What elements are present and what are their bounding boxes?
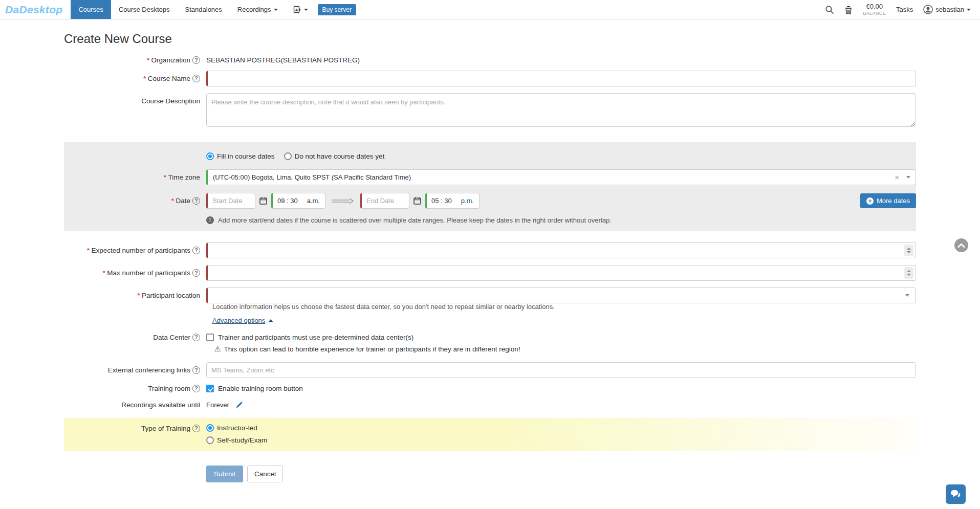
expected-participants-input[interactable] <box>206 242 916 258</box>
buy-server-button[interactable]: Buy server <box>318 4 356 15</box>
navbar-right: €0.00 BALANCE Tasks sebastian <box>825 0 980 19</box>
course-name-input[interactable] <box>206 71 916 86</box>
page-title: Create New Course <box>64 32 916 46</box>
balance-widget[interactable]: €0.00 BALANCE <box>863 3 886 16</box>
number-stepper[interactable] <box>904 245 913 256</box>
nav-item-courses[interactable]: Courses <box>71 0 111 19</box>
label-text: Course Description <box>141 97 200 105</box>
nav-item-label: Course Desktops <box>119 6 170 13</box>
user-icon <box>923 5 933 14</box>
time-zone-select[interactable]: (UTC-05:00) Bogota, Lima, Quito SPST (SA… <box>206 169 916 185</box>
recordings-label: Recordings available until <box>64 401 206 409</box>
help-icon[interactable] <box>192 197 200 205</box>
cancel-button[interactable]: Cancel <box>247 466 283 482</box>
dates-mode-row: Fill in course dates Do not have course … <box>64 152 916 160</box>
app-logo[interactable]: DaDesktop <box>5 0 62 19</box>
nav-item-recordings[interactable]: Recordings <box>230 0 286 19</box>
edit-pencil-icon[interactable] <box>235 401 243 409</box>
calendar-icon[interactable] <box>259 197 267 205</box>
course-description-input[interactable] <box>206 93 916 127</box>
step-up-icon[interactable] <box>907 248 911 250</box>
help-icon[interactable] <box>192 247 200 254</box>
label-text: Data Center <box>153 334 190 341</box>
help-icon[interactable] <box>192 385 200 392</box>
help-icon[interactable] <box>192 75 200 82</box>
course-dates-panel: Fill in course dates Do not have course … <box>64 142 916 231</box>
label-text: Organization <box>151 56 190 64</box>
help-icon[interactable] <box>192 366 200 374</box>
end-time-input[interactable]: 05 : 30 p.m. <box>425 193 480 209</box>
nav-item-standalones[interactable]: Standalones <box>178 0 230 19</box>
user-menu[interactable]: sebastian <box>923 5 971 14</box>
form-actions: Submit Cancel <box>206 466 916 503</box>
step-up-icon[interactable] <box>907 270 911 272</box>
tasks-link[interactable]: Tasks <box>896 6 913 13</box>
number-stepper[interactable] <box>904 267 913 279</box>
start-time-value: 09 : 30 <box>277 197 298 205</box>
max-participants-input[interactable] <box>206 265 916 281</box>
radio-no-course-dates[interactable]: Do not have course dates yet <box>284 152 385 160</box>
trash-button[interactable] <box>844 5 853 14</box>
search-button[interactable] <box>825 5 834 14</box>
start-time-input[interactable]: 09 : 30 a.m. <box>271 193 325 209</box>
organization-label: Organization <box>64 56 206 64</box>
chevron-up-icon <box>957 243 965 248</box>
advanced-options-link[interactable]: Advanced options <box>212 317 273 324</box>
label-text: Type of Training <box>141 425 190 432</box>
chevron-down-icon <box>967 9 971 11</box>
data-center-checkbox[interactable]: Trainer and participants must use pre-de… <box>206 334 916 341</box>
external-links-input[interactable] <box>206 362 916 378</box>
radio-instructor-led[interactable]: Instructor-led <box>206 424 916 432</box>
top-navbar: DaDesktop Courses Course Desktops Standa… <box>0 0 980 19</box>
checkbox-label: Trainer and participants must use pre-de… <box>218 334 413 341</box>
training-room-checkbox[interactable]: Enable training room button <box>206 385 303 392</box>
start-meridiem: a.m. <box>307 197 320 205</box>
calendar-icon[interactable] <box>413 197 421 205</box>
label-text: External conferencing links <box>108 366 190 374</box>
type-of-training-section: Type of Training Instructor-led Self-stu… <box>64 418 916 451</box>
more-dates-button[interactable]: More dates <box>860 193 916 208</box>
max-participants-label: Max number of participants <box>64 269 206 277</box>
chat-button[interactable] <box>946 484 966 504</box>
chevron-up-icon <box>268 319 273 322</box>
radio-fill-course-dates[interactable]: Fill in course dates <box>206 152 275 160</box>
create-course-form: Create New Course Organization SEBASTIAN… <box>64 32 916 503</box>
data-center-warning: This option can lead to horrible experie… <box>214 345 916 353</box>
warning-text: This option can lead to horrible experie… <box>224 345 520 353</box>
participant-location-select[interactable] <box>206 287 916 303</box>
required-asterisk <box>146 56 149 64</box>
nav-item-course-desktops[interactable]: Course Desktops <box>111 0 178 19</box>
label-text: Participant location <box>142 292 200 299</box>
step-down-icon[interactable] <box>907 274 911 276</box>
start-date-input[interactable] <box>206 193 255 209</box>
submit-button[interactable]: Submit <box>206 466 243 482</box>
data-center-row: Data Center Trainer and participants mus… <box>64 334 916 353</box>
required-asterisk <box>143 75 145 82</box>
required-asterisk <box>102 269 105 277</box>
data-center-label: Data Center <box>64 334 206 341</box>
radio-self-study-exam[interactable]: Self-study/Exam <box>206 436 916 444</box>
type-of-training-label: Type of Training <box>64 424 206 432</box>
range-arrow-icon <box>332 198 354 204</box>
participant-location-row: Participant location <box>64 287 916 303</box>
help-icon[interactable] <box>192 269 200 277</box>
nav-item-language[interactable]: A <box>286 0 316 19</box>
help-icon[interactable] <box>192 56 200 64</box>
time-zone-row: Time zone (UTC-05:00) Bogota, Lima, Quit… <box>64 169 916 185</box>
end-date-input[interactable] <box>360 193 409 209</box>
radio-selected-icon <box>206 152 214 160</box>
external-links-label: External conferencing links <box>64 366 206 374</box>
checkbox-checked-icon <box>206 385 214 392</box>
scroll-to-top-button[interactable] <box>954 238 968 252</box>
help-icon[interactable] <box>192 334 200 341</box>
clear-icon[interactable] <box>895 173 899 182</box>
button-label: More dates <box>877 197 910 205</box>
step-down-icon[interactable] <box>907 251 911 253</box>
radio-label: Instructor-led <box>217 424 257 432</box>
required-asterisk <box>137 292 140 299</box>
help-icon[interactable] <box>192 425 200 432</box>
advanced-options-row: Advanced options <box>212 317 916 324</box>
organization-row: Organization SEBASTIAN POSTREG(SEBASTIAN… <box>64 56 916 64</box>
info-icon <box>206 216 214 224</box>
required-asterisk <box>171 197 173 205</box>
